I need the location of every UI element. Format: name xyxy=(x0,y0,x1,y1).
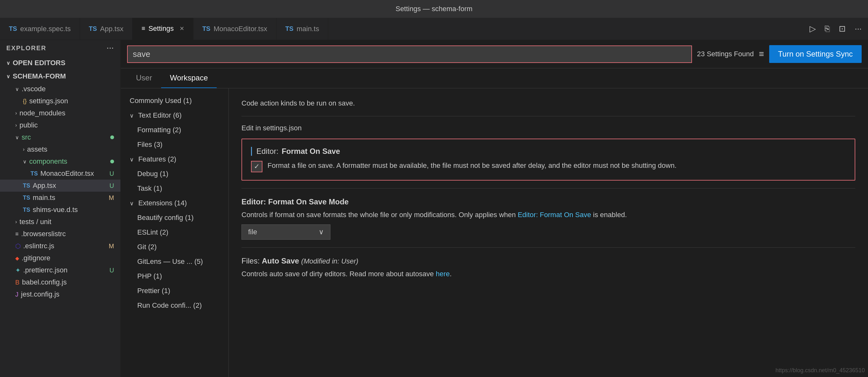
sync-button[interactable]: Turn on Settings Sync xyxy=(769,45,862,63)
tab-label: App.tsx xyxy=(100,25,123,33)
nav-php[interactable]: PHP (1) xyxy=(121,269,228,284)
sidebar-item-shims-vue[interactable]: TS shims-vue.d.ts xyxy=(0,204,120,216)
settings-main-content: Code action kinds to be run on save. Edi… xyxy=(229,88,868,377)
nav-features[interactable]: ∨ Features (2) xyxy=(121,152,228,167)
title-bar: Settings — schema-form xyxy=(0,0,868,18)
file-badge: U xyxy=(110,182,114,190)
search-bar-container: 23 Settings Found ≡ Turn on Settings Syn… xyxy=(121,40,868,68)
nav-gitlens[interactable]: GitLens — Use ... (5) xyxy=(121,254,228,269)
settings-icon: ≡ xyxy=(142,25,145,32)
separator xyxy=(242,188,855,188)
split-editor-icon[interactable]: ⎘ xyxy=(825,24,830,34)
code-action-description: Code action kinds to be run on save. xyxy=(242,98,855,108)
json-icon: {} xyxy=(23,98,27,105)
file-name: babel.config.js xyxy=(22,278,67,286)
auto-save-description: Controls auto save of dirty editors. Rea… xyxy=(242,269,855,279)
explorer-more-icon[interactable]: ··· xyxy=(107,45,114,52)
tab-bar: TS example.spec.ts TS App.tsx ≡ Settings… xyxy=(0,18,868,40)
open-editors-section[interactable]: ∨ OPEN EDITORS xyxy=(0,56,120,69)
sidebar-item-monaco-editor-tsx[interactable]: TS MonacoEditor.tsx U xyxy=(0,168,120,180)
tab-settings[interactable]: ≡ Settings ✕ xyxy=(132,18,193,40)
nav-commonly-used[interactable]: Commonly Used (1) xyxy=(121,93,228,108)
sidebar-item-assets[interactable]: › assets xyxy=(0,143,120,155)
sidebar-item-main-ts[interactable]: TS main.ts M xyxy=(0,192,120,204)
chevron-down-icon: ∨ xyxy=(130,200,134,207)
search-input[interactable] xyxy=(128,46,691,62)
nav-run-code[interactable]: Run Code confi... (2) xyxy=(121,298,228,313)
sidebar-item-tests-unit[interactable]: › tests / unit xyxy=(0,216,120,228)
tab-example-spec[interactable]: TS example.spec.ts xyxy=(0,18,80,40)
tab-bar-actions: ▷ ⎘ ⊡ ··· xyxy=(803,18,868,40)
folder-name: .vscode xyxy=(22,85,46,93)
file-name: main.ts xyxy=(33,194,55,202)
nav-formatting[interactable]: Formatting (2) xyxy=(121,123,228,137)
file-name: .prettierrc.json xyxy=(23,266,67,274)
tab-app-tsx[interactable]: TS App.tsx xyxy=(80,18,133,40)
nav-task[interactable]: Task (1) xyxy=(121,181,228,196)
file-name: MonacoEditor.tsx xyxy=(40,169,94,178)
format-on-save-mode-section: Editor: Format On Save Mode Controls if … xyxy=(242,197,855,240)
tab-user[interactable]: User xyxy=(127,68,161,88)
folder-name: components xyxy=(29,157,67,166)
toggle-panel-icon[interactable]: ⊡ xyxy=(839,24,846,34)
nav-extensions[interactable]: ∨ Extensions (14) xyxy=(121,196,228,210)
ts-icon: TS xyxy=(285,25,293,32)
format-on-save-box: Editor: Format On Save ✓ Format a file o… xyxy=(242,139,855,180)
sidebar-item-node-modules[interactable]: › node_modules xyxy=(0,107,120,119)
tab-label: Settings xyxy=(148,25,174,33)
nav-beautify-config[interactable]: Beautify config (1) xyxy=(121,210,228,225)
tab-monaco-editor[interactable]: TS MonacoEditor.tsx xyxy=(193,18,276,40)
file-name: jest.config.js xyxy=(21,290,59,298)
format-on-save-link[interactable]: Editor: Format On Save xyxy=(518,211,591,219)
more-actions-icon[interactable]: ··· xyxy=(855,24,862,34)
sidebar-item-babel-config-js[interactable]: B babel.config.js xyxy=(0,276,120,288)
file-badge: U xyxy=(110,170,114,177)
format-on-save-mode-description: Controls if format on save formats the w… xyxy=(242,209,855,220)
sidebar-item-vscode[interactable]: ∨ .vscode xyxy=(0,83,120,95)
nav-eslint[interactable]: ESLint (2) xyxy=(121,225,228,240)
babel-icon: B xyxy=(15,279,20,286)
tab-workspace[interactable]: Workspace xyxy=(161,68,217,88)
separator xyxy=(242,116,855,116)
content-area: 23 Settings Found ≡ Turn on Settings Syn… xyxy=(121,40,868,377)
chevron-down-icon: ∨ xyxy=(319,228,324,236)
tab-close-icon[interactable]: ✕ xyxy=(180,25,184,32)
run-icon[interactable]: ▷ xyxy=(810,24,816,34)
sidebar-item-settings-json[interactable]: {} settings.json xyxy=(0,95,120,107)
ts-icon: TS xyxy=(23,195,30,201)
nav-debug[interactable]: Debug (1) xyxy=(121,167,228,181)
tab-label: example.spec.ts xyxy=(20,25,71,33)
edit-in-settings-link[interactable]: Edit in settings.json xyxy=(242,124,855,132)
file-name: App.tsx xyxy=(33,181,56,190)
nav-text-editor[interactable]: ∨ Text Editor (6) xyxy=(121,108,228,123)
nav-prettier[interactable]: Prettier (1) xyxy=(121,284,228,298)
separator xyxy=(242,247,855,248)
sidebar-item-components[interactable]: ∨ components xyxy=(0,155,120,168)
sidebar-item-jest-config-js[interactable]: J jest.config.js xyxy=(0,288,120,300)
settings-list-icon[interactable]: ≡ xyxy=(759,49,764,59)
ts-icon: TS xyxy=(9,25,17,32)
sidebar-item-browserslistrc[interactable]: ≡ .browserslistrc xyxy=(0,228,120,240)
tab-label: main.ts xyxy=(297,25,319,33)
nav-files[interactable]: Files (3) xyxy=(121,137,228,152)
format-on-save-title: Editor: Format On Save xyxy=(251,147,846,156)
file-name: shims-vue.d.ts xyxy=(33,206,78,214)
format-on-save-label: Format a file on save. A formatter must … xyxy=(268,160,676,171)
sidebar-item-prettierrc-json[interactable]: ✦ .prettierrc.json U xyxy=(0,264,120,276)
schema-form-section[interactable]: ∨ SCHEMA-FORM xyxy=(0,69,120,83)
format-on-save-checkbox[interactable]: ✓ xyxy=(251,161,262,172)
format-on-save-mode-dropdown[interactable]: file ∨ xyxy=(242,225,331,240)
settings-nav: Commonly Used (1) ∨ Text Editor (6) Form… xyxy=(121,88,229,377)
chevron-down-icon: ∨ xyxy=(23,158,27,165)
sidebar-item-src[interactable]: ∨ src xyxy=(0,131,120,143)
ts-icon: TS xyxy=(203,25,211,32)
autosave-here-link[interactable]: here xyxy=(436,270,450,278)
file-badge: U xyxy=(110,267,114,274)
sidebar-item-eslintrc-js[interactable]: ⬡ .eslintrc.js M xyxy=(0,240,120,252)
sidebar-item-app-tsx[interactable]: TS App.tsx U xyxy=(0,180,120,192)
auto-save-section: Files: Auto Save (Modified in: User) Con… xyxy=(242,257,855,279)
sidebar-item-public[interactable]: › public xyxy=(0,119,120,131)
nav-git[interactable]: Git (2) xyxy=(121,240,228,254)
sidebar-item-gitignore[interactable]: ◆ .gitignore xyxy=(0,252,120,264)
tab-main-ts[interactable]: TS main.ts xyxy=(276,18,328,40)
